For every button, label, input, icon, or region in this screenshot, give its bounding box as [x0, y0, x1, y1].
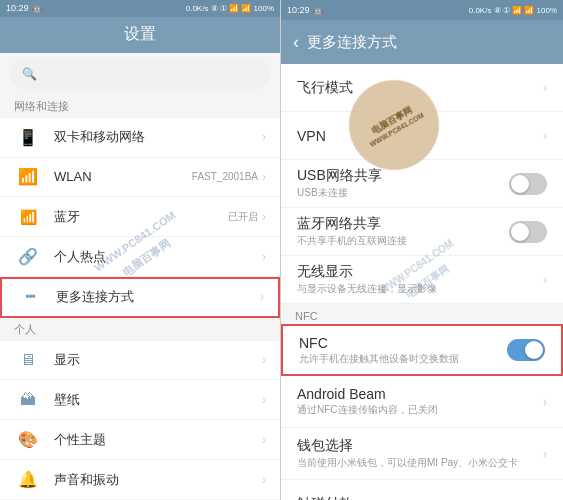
- status-icons-right: 0.0K/s ⑧ ① 📶 📶 100%: [469, 6, 557, 15]
- sound-chevron: ›: [262, 473, 266, 487]
- airplane-chevron: ›: [543, 81, 547, 95]
- themes-label: 个性主题: [54, 431, 262, 449]
- android-beam-label: Android Beam: [297, 386, 543, 402]
- nfc-label: NFC: [299, 335, 507, 351]
- nfc-text-block: NFC 允许手机在接触其他设备时交换数据: [299, 335, 507, 366]
- display-label: 显示: [54, 351, 262, 369]
- usb-tethering-text-block: USB网络共享 USB未连接: [297, 167, 509, 200]
- wallpaper-label: 壁纸: [54, 391, 262, 409]
- nfc-knob: [525, 341, 543, 359]
- menu-item-contactless-pay[interactable]: 触碰付款 ›: [281, 480, 563, 500]
- wlan-chevron: ›: [262, 170, 266, 184]
- wireless-display-label: 无线显示: [297, 263, 543, 281]
- android-beam-chevron: ›: [543, 395, 547, 409]
- usb-tethering-sub: USB未连接: [297, 186, 509, 200]
- themes-chevron: ›: [262, 433, 266, 447]
- menu-item-themes[interactable]: 🎨 个性主题 ›: [0, 420, 280, 460]
- time-left: 10:29: [6, 3, 29, 13]
- search-bar[interactable]: 🔍: [10, 59, 270, 89]
- left-panel-title: 设置: [124, 24, 156, 45]
- wallpaper-icon: 🏔: [14, 386, 42, 414]
- wlan-label: WLAN: [54, 169, 192, 184]
- vpn-text-block: VPN: [297, 128, 543, 144]
- themes-icon: 🎨: [14, 426, 42, 454]
- wallet-label: 钱包选择: [297, 437, 543, 455]
- menu-item-android-beam[interactable]: Android Beam 通过NFC连接传输内容，已关闭 ›: [281, 376, 563, 428]
- menu-item-airplane[interactable]: 飞行模式 ›: [281, 64, 563, 112]
- nfc-toggle[interactable]: [507, 339, 545, 361]
- menu-item-display[interactable]: 🖥 显示 ›: [0, 341, 280, 381]
- menu-item-nfc[interactable]: NFC 允许手机在接触其他设备时交换数据: [281, 324, 563, 376]
- vpn-label: VPN: [297, 128, 543, 144]
- sound-text-block: 声音和振动: [54, 471, 262, 489]
- right-content: 飞行模式 › VPN › USB网络共享 USB未连接: [281, 64, 563, 500]
- wlan-icon: 📶: [14, 163, 42, 191]
- vpn-chevron: ›: [543, 129, 547, 143]
- wlan-right: FAST_2001BA ›: [192, 170, 266, 184]
- bluetooth-chevron: ›: [262, 210, 266, 224]
- wireless-display-chevron: ›: [543, 273, 547, 287]
- android-beam-sub: 通过NFC连接传输内容，已关闭: [297, 403, 543, 417]
- menu-item-sound[interactable]: 🔔 声音和振动 ›: [0, 460, 280, 500]
- bt-tethering-sub: 不共享手机的互联网连接: [297, 234, 509, 248]
- menu-item-hotspot[interactable]: 🔗 个人热点 ›: [0, 237, 280, 277]
- contactless-pay-label: 触碰付款: [297, 495, 543, 501]
- status-icons-text-left: 0.0K/s ⑧ ① 📶 📶 100%: [186, 4, 274, 13]
- contactless-pay-chevron: ›: [543, 497, 547, 501]
- usb-tethering-label: USB网络共享: [297, 167, 509, 185]
- status-bar-left: 10:29 🤖 0.0K/s ⑧ ① 📶 📶 100%: [0, 0, 280, 17]
- menu-item-wallet[interactable]: 钱包选择 当前使用小米钱包，可以使用MI Pay、小米公交卡 ›: [281, 428, 563, 480]
- airplane-label: 飞行模式: [297, 79, 543, 97]
- bt-tethering-toggle[interactable]: [509, 221, 547, 243]
- bluetooth-right: 已开启 ›: [228, 210, 266, 224]
- sound-icon: 🔔: [14, 466, 42, 494]
- menu-item-wlan[interactable]: 📶 WLAN FAST_2001BA ›: [0, 158, 280, 198]
- android-icon-right: 🤖: [313, 6, 323, 15]
- hotspot-label: 个人热点: [54, 248, 262, 266]
- bluetooth-label: 蓝牙: [54, 208, 228, 226]
- bt-tethering-text-block: 蓝牙网络共享 不共享手机的互联网连接: [297, 215, 509, 248]
- wlan-text-block: WLAN: [54, 169, 192, 184]
- status-time-left: 10:29 🤖: [6, 3, 42, 13]
- wallet-text-block: 钱包选择 当前使用小米钱包，可以使用MI Pay、小米公交卡: [297, 437, 543, 470]
- menu-item-usb-tethering[interactable]: USB网络共享 USB未连接: [281, 160, 563, 208]
- bt-tethering-knob: [511, 223, 529, 241]
- bluetooth-text-block: 蓝牙: [54, 208, 228, 226]
- menu-item-bt-tethering[interactable]: 蓝牙网络共享 不共享手机的互联网连接: [281, 208, 563, 256]
- more-connections-chevron: ›: [260, 290, 264, 304]
- menu-item-bluetooth[interactable]: 📶 蓝牙 已开启 ›: [0, 197, 280, 237]
- right-panel-title: 更多连接方式: [307, 33, 397, 52]
- menu-item-more-connections[interactable]: ••• 更多连接方式 ›: [0, 277, 280, 317]
- dual-sim-chevron: ›: [262, 130, 266, 144]
- wlan-value: FAST_2001BA: [192, 171, 258, 182]
- wallet-chevron: ›: [543, 447, 547, 461]
- sound-label: 声音和振动: [54, 471, 262, 489]
- left-top-bar: 设置: [0, 17, 280, 53]
- more-connections-text-block: 更多连接方式: [56, 288, 260, 306]
- bluetooth-icon: 📶: [14, 203, 42, 231]
- wallet-sub: 当前使用小米钱包，可以使用MI Pay、小米公交卡: [297, 456, 543, 470]
- display-chevron: ›: [262, 353, 266, 367]
- wireless-display-sub: 与显示设备无线连接，显示影像: [297, 282, 543, 296]
- hotspot-text-block: 个人热点: [54, 248, 262, 266]
- usb-tethering-knob: [511, 175, 529, 193]
- menu-item-wireless-display[interactable]: 无线显示 与显示设备无线连接，显示影像 ›: [281, 256, 563, 304]
- usb-tethering-toggle[interactable]: [509, 173, 547, 195]
- menu-item-wallpaper[interactable]: 🏔 壁纸 ›: [0, 380, 280, 420]
- contactless-pay-text-block: 触碰付款: [297, 495, 543, 501]
- wireless-display-text-block: 无线显示 与显示设备无线连接，显示影像: [297, 263, 543, 296]
- bluetooth-value: 已开启: [228, 210, 258, 224]
- hotspot-icon: 🔗: [14, 243, 42, 271]
- status-bar-right: 10:29 🤖 0.0K/s ⑧ ① 📶 📶 100%: [281, 0, 563, 20]
- section-personal-label: 个人: [0, 318, 280, 341]
- themes-text-block: 个性主题: [54, 431, 262, 449]
- nfc-sub: 允许手机在接触其他设备时交换数据: [299, 352, 507, 366]
- wallpaper-chevron: ›: [262, 393, 266, 407]
- display-icon: 🖥: [14, 346, 42, 374]
- more-connections-label: 更多连接方式: [56, 288, 260, 306]
- nfc-section-label: NFC: [281, 304, 563, 324]
- menu-item-vpn[interactable]: VPN ›: [281, 112, 563, 160]
- dual-sim-label: 双卡和移动网络: [54, 128, 262, 146]
- back-icon[interactable]: ‹: [293, 32, 299, 53]
- menu-item-dual-sim[interactable]: 📱 双卡和移动网络 ›: [0, 118, 280, 158]
